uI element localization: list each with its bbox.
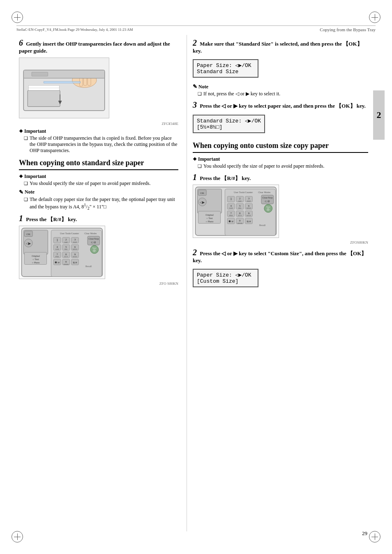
panel-image-2-label: ZFOS80KN (193, 240, 368, 245)
svg-text:OK: OK (200, 191, 204, 194)
lcd3-line2: [Custom Size] (197, 278, 254, 284)
corner-mark-tl (12, 12, 23, 23)
svg-text:5: 5 (65, 245, 67, 248)
step-1b-text: Press the 【R/#】 key. (200, 175, 251, 181)
panel-image-1: OK ◁▶ Original ○ Text ○ Photo User Tools… (19, 226, 105, 279)
important-block-2: Important You should specify the size of… (19, 173, 178, 187)
corner-mark-tr (369, 12, 380, 23)
svg-text:PRS: PRS (55, 256, 59, 258)
ohp-printer-image (19, 58, 109, 118)
svg-text:C/⊘: C/⊘ (91, 241, 97, 244)
svg-text:○ Text: ○ Text (32, 258, 39, 261)
step-6-text: Gently insert the OHP transparencies fac… (19, 41, 170, 54)
note-label-2: Note (193, 83, 368, 90)
svg-text:◁▶: ◁▶ (200, 201, 205, 204)
svg-text:0: 0 (65, 260, 67, 263)
svg-text:OK: OK (26, 233, 30, 235)
svg-text:Clear/Stop: Clear/Stop (88, 238, 99, 240)
note-block-2: Note If not, press the ◁ or ▶ key to sel… (193, 83, 368, 97)
svg-text:6: 6 (74, 245, 76, 248)
header-section-title: Copying from the Bypass Tray (320, 27, 376, 32)
step-3-number: 3 (193, 100, 197, 109)
step-1b-number: 1 (193, 173, 197, 182)
corner-mark-bl (12, 531, 23, 542)
printer-image-label: ZFG¥348E (19, 122, 178, 126)
important-block-1: Important The side of OHP transparencies… (19, 128, 178, 154)
important-label-1: Important (19, 128, 178, 134)
left-column: 6 Gently insert the OHP transparencies f… (19, 35, 187, 531)
lcd3-line1: Paper Size: ◁▶/OK (197, 272, 254, 278)
note-content-2: If not, press the ◁ or ▶ key to select i… (193, 91, 368, 97)
lcd2-line1: Standard Size: ◁▶/OK (197, 118, 261, 124)
important-content-2: You should specify the size of paper to … (19, 180, 178, 187)
important-label-3: Important (193, 156, 368, 162)
svg-text:Clear Modes: Clear Modes (258, 191, 271, 193)
svg-text:TUV: TUV (64, 256, 69, 258)
step-1a-text: Press the 【R/#】 key. (26, 216, 77, 222)
svg-text:PRS: PRS (229, 214, 233, 216)
svg-text:TUV: TUV (238, 214, 242, 216)
step-3: 3 Press the ◁ or ▶ key to select paper s… (193, 100, 368, 110)
svg-text:OPER: OPER (238, 222, 243, 224)
section-heading-standard: When copying onto standard size paper (19, 159, 178, 170)
svg-text:WXY: WXY (247, 214, 251, 216)
note-content-1: The default copy paper size for the pape… (19, 196, 178, 210)
important-3-bullet-1: You should specify the size of paper to … (198, 163, 368, 169)
page-header: StellaC-EN-CopyF_V4_FM.book Page 29 Wedn… (16, 25, 376, 33)
svg-rect-3 (28, 85, 59, 88)
svg-text:○ Photo: ○ Photo (206, 220, 214, 222)
svg-text:✱/#: ✱/# (55, 261, 60, 264)
important-2-bullet-1: You should specify the size of paper to … (24, 180, 178, 187)
svg-text:WXY: WXY (73, 256, 78, 258)
svg-rect-1 (28, 90, 60, 106)
step-1b: 1 Press the 【R/#】 key. (193, 173, 368, 182)
svg-text:Clear Modes: Clear Modes (84, 232, 97, 235)
step-2b-text: Press the ◁ or ▶ key to select "Custom S… (193, 250, 367, 263)
important-block-3: Important You should specify the size of… (193, 156, 368, 169)
svg-text:JKL: JKL (238, 207, 242, 209)
svg-text:4: 4 (56, 245, 58, 248)
step-2a: 2 Make sure that "Standard Size" is sele… (193, 38, 368, 54)
svg-text:✱/#: ✱/# (229, 219, 234, 222)
lcd1-line2: Standard Size (197, 69, 254, 75)
svg-text:GHI: GHI (55, 248, 59, 250)
svg-text:MNO: MNO (73, 248, 78, 250)
svg-text:C/⊘: C/⊘ (265, 200, 270, 203)
important-content-1: The side of OHP transparencies that is c… (19, 135, 178, 154)
svg-rect-8 (44, 81, 81, 83)
step-6-number: 6 (19, 38, 23, 47)
svg-text:2: 2 (239, 197, 241, 200)
svg-text:5: 5 (239, 204, 241, 207)
panel-image-2: OK ◁▶ Original ○ Text ○ Photo User Tools… (193, 185, 279, 238)
svg-text:R/#: R/# (73, 261, 77, 264)
svg-text:GHI: GHI (229, 207, 233, 209)
step-2a-text: Make sure that "Standard Size" is select… (193, 41, 362, 54)
svg-text:DEF: DEF (73, 241, 77, 243)
important-content-3: You should specify the size of paper to … (193, 163, 368, 169)
svg-text:3: 3 (74, 238, 76, 241)
svg-text:9: 9 (74, 253, 76, 256)
important-1-bullet-1: The side of OHP transparencies that is c… (24, 135, 178, 154)
note-block-1: Note The default copy paper size for the… (19, 189, 178, 210)
svg-text:Recall: Recall (85, 265, 92, 268)
svg-text:2: 2 (65, 238, 67, 241)
svg-text:◎: ◎ (267, 208, 270, 211)
svg-text:User Tools/Counter: User Tools/Counter (234, 191, 253, 193)
svg-text:Original: Original (205, 213, 214, 216)
panel-image-1-label: ZFO S80KN (19, 282, 178, 286)
note-label-1: Note (19, 189, 178, 196)
header-file-info: StellaC-EN-CopyF_V4_FM.book Page 29 Wedn… (16, 28, 133, 32)
step-2b: 2 Press the ◁ or ▶ key to select "Custom… (193, 248, 368, 264)
svg-text:○ Text: ○ Text (206, 217, 213, 219)
svg-text:Recall: Recall (259, 224, 265, 226)
lcd2-line2: [5½×8½□] (197, 124, 261, 130)
svg-rect-10 (32, 72, 48, 76)
step-1a-number: 1 (19, 214, 23, 223)
svg-text:DEF: DEF (247, 200, 251, 202)
important-label-2: Important (19, 173, 178, 180)
section-heading-custom: When copying onto custom size copy paper (193, 141, 368, 153)
svg-text:User Tools/Counter: User Tools/Counter (60, 232, 79, 235)
right-column: 2 Make sure that "Standard Size" is sele… (187, 35, 368, 531)
svg-text:9: 9 (248, 211, 250, 214)
lcd-display-1: Paper Size: ◁▶/OK Standard Size (193, 59, 258, 78)
